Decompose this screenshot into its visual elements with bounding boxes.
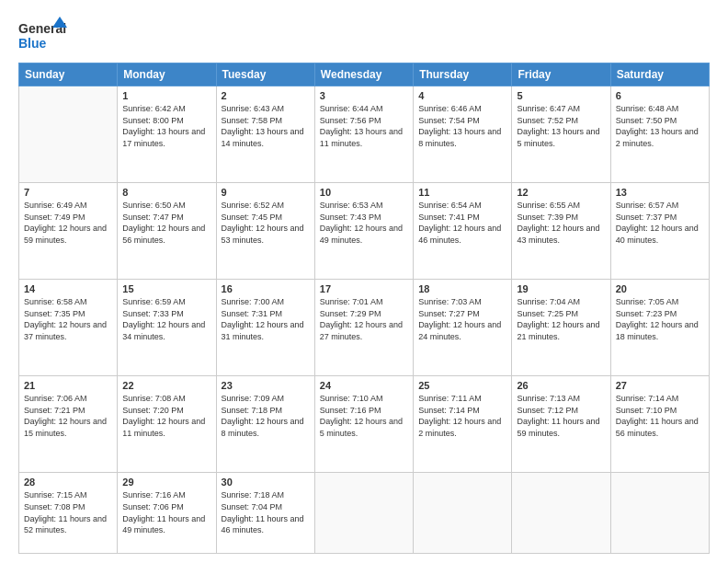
- day-info: Sunrise: 6:54 AM Sunset: 7:41 PM Dayligh…: [418, 200, 506, 246]
- sunrise-label: Sunrise: 6:43 AM: [222, 104, 285, 113]
- day-header-friday: Friday: [512, 63, 610, 86]
- day-info: Sunrise: 7:11 AM Sunset: 7:14 PM Dayligh…: [418, 393, 506, 439]
- daylight-label: Daylight: 12 hours and 53 minutes.: [222, 224, 304, 245]
- daylight-label: Daylight: 12 hours and 43 minutes.: [517, 224, 599, 245]
- day-number: 14: [24, 283, 112, 294]
- sunrise-label: Sunrise: 7:16 AM: [122, 490, 186, 500]
- sunrise-label: Sunrise: 6:46 AM: [418, 104, 482, 113]
- day-cell-9: 9 Sunrise: 6:52 AM Sunset: 7:45 PM Dayli…: [216, 183, 314, 280]
- day-info: Sunrise: 6:50 AM Sunset: 7:47 PM Dayligh…: [122, 200, 210, 246]
- sunrise-label: Sunrise: 7:05 AM: [616, 297, 679, 306]
- day-cell-16: 16 Sunrise: 7:00 AM Sunset: 7:31 PM Dayl…: [216, 280, 314, 376]
- day-number: 23: [222, 380, 310, 391]
- day-number: 1: [122, 90, 210, 101]
- daylight-label: Daylight: 12 hours and 18 minutes.: [616, 320, 699, 341]
- sunset-label: Sunset: 7:23 PM: [616, 309, 677, 318]
- logo-svg: General Blue: [18, 17, 69, 55]
- day-cell-3: 3 Sunrise: 6:44 AM Sunset: 7:56 PM Dayli…: [314, 86, 413, 183]
- sunrise-label: Sunrise: 6:55 AM: [517, 201, 580, 210]
- daylight-label: Daylight: 11 hours and 46 minutes.: [222, 514, 304, 535]
- daylight-label: Daylight: 12 hours and 34 minutes.: [122, 320, 205, 341]
- page: General Blue SundayMondayTuesdayWednesda…: [0, 0, 728, 563]
- daylight-label: Daylight: 12 hours and 21 minutes.: [517, 320, 599, 341]
- day-cell-28: 28 Sunrise: 7:15 AM Sunset: 7:08 PM Dayl…: [19, 473, 118, 554]
- day-number: 9: [222, 187, 310, 198]
- daylight-label: Daylight: 12 hours and 15 minutes.: [24, 417, 107, 438]
- day-number: 11: [418, 187, 506, 198]
- sunrise-label: Sunrise: 7:15 AM: [24, 490, 87, 500]
- sunset-label: Sunset: 7:20 PM: [122, 406, 184, 415]
- day-cell-29: 29 Sunrise: 7:16 AM Sunset: 7:06 PM Dayl…: [118, 473, 216, 554]
- day-header-monday: Monday: [118, 63, 216, 86]
- daylight-label: Daylight: 13 hours and 8 minutes.: [418, 127, 501, 148]
- sunrise-label: Sunrise: 6:53 AM: [320, 201, 383, 210]
- day-info: Sunrise: 7:13 AM Sunset: 7:12 PM Dayligh…: [517, 393, 605, 439]
- logo: General Blue: [18, 17, 69, 55]
- daylight-label: Daylight: 13 hours and 14 minutes.: [222, 127, 304, 148]
- day-info: Sunrise: 6:59 AM Sunset: 7:33 PM Dayligh…: [122, 296, 210, 342]
- day-cell-23: 23 Sunrise: 7:09 AM Sunset: 7:18 PM Dayl…: [216, 376, 314, 473]
- day-cell-18: 18 Sunrise: 7:03 AM Sunset: 7:27 PM Dayl…: [414, 280, 512, 376]
- sunset-label: Sunset: 7:10 PM: [616, 406, 677, 415]
- day-info: Sunrise: 7:08 AM Sunset: 7:20 PM Dayligh…: [122, 393, 210, 439]
- day-info: Sunrise: 6:42 AM Sunset: 8:00 PM Dayligh…: [122, 103, 210, 149]
- week-row-2: 7 Sunrise: 6:49 AM Sunset: 7:49 PM Dayli…: [19, 183, 710, 280]
- empty-cell: [414, 473, 512, 554]
- sunset-label: Sunset: 7:33 PM: [122, 309, 184, 318]
- header: General Blue: [18, 17, 710, 55]
- week-row-5: 28 Sunrise: 7:15 AM Sunset: 7:08 PM Dayl…: [19, 473, 710, 554]
- day-number: 13: [616, 187, 704, 198]
- day-number: 3: [320, 90, 408, 101]
- sunrise-label: Sunrise: 6:50 AM: [122, 201, 186, 210]
- week-row-3: 14 Sunrise: 6:58 AM Sunset: 7:35 PM Dayl…: [19, 280, 710, 376]
- day-cell-30: 30 Sunrise: 7:18 AM Sunset: 7:04 PM Dayl…: [216, 473, 314, 554]
- sunset-label: Sunset: 7:35 PM: [24, 309, 85, 318]
- daylight-label: Daylight: 13 hours and 11 minutes.: [320, 127, 403, 148]
- sunrise-label: Sunrise: 7:13 AM: [517, 394, 580, 403]
- days-header-row: SundayMondayTuesdayWednesdayThursdayFrid…: [19, 63, 710, 86]
- day-cell-2: 2 Sunrise: 6:43 AM Sunset: 7:58 PM Dayli…: [216, 86, 314, 183]
- sunrise-label: Sunrise: 7:18 AM: [222, 490, 285, 500]
- day-header-tuesday: Tuesday: [216, 63, 314, 86]
- daylight-label: Daylight: 12 hours and 37 minutes.: [24, 320, 107, 341]
- sunrise-label: Sunrise: 6:47 AM: [517, 104, 580, 113]
- sunset-label: Sunset: 7:56 PM: [320, 116, 381, 125]
- day-info: Sunrise: 6:55 AM Sunset: 7:39 PM Dayligh…: [517, 200, 605, 246]
- day-number: 29: [122, 477, 210, 488]
- day-info: Sunrise: 7:01 AM Sunset: 7:29 PM Dayligh…: [320, 296, 408, 342]
- day-cell-24: 24 Sunrise: 7:10 AM Sunset: 7:16 PM Dayl…: [314, 376, 413, 473]
- day-number: 19: [517, 283, 605, 294]
- day-cell-10: 10 Sunrise: 6:53 AM Sunset: 7:43 PM Dayl…: [314, 183, 413, 280]
- sunrise-label: Sunrise: 6:49 AM: [24, 201, 87, 210]
- day-number: 15: [122, 283, 210, 294]
- sunset-label: Sunset: 7:31 PM: [222, 309, 283, 318]
- day-info: Sunrise: 7:10 AM Sunset: 7:16 PM Dayligh…: [320, 393, 408, 439]
- daylight-label: Daylight: 12 hours and 59 minutes.: [24, 224, 107, 245]
- day-number: 26: [517, 380, 605, 391]
- day-number: 21: [24, 380, 112, 391]
- sunset-label: Sunset: 7:43 PM: [320, 213, 381, 222]
- day-cell-26: 26 Sunrise: 7:13 AM Sunset: 7:12 PM Dayl…: [512, 376, 610, 473]
- sunrise-label: Sunrise: 6:54 AM: [418, 201, 482, 210]
- sunrise-label: Sunrise: 6:57 AM: [616, 201, 679, 210]
- sunrise-label: Sunrise: 7:14 AM: [616, 394, 679, 403]
- day-cell-5: 5 Sunrise: 6:47 AM Sunset: 7:52 PM Dayli…: [512, 86, 610, 183]
- sunset-label: Sunset: 7:37 PM: [616, 213, 677, 222]
- sunset-label: Sunset: 7:58 PM: [222, 116, 283, 125]
- daylight-label: Daylight: 12 hours and 49 minutes.: [320, 224, 403, 245]
- day-number: 4: [418, 90, 506, 101]
- day-number: 30: [222, 477, 310, 488]
- day-cell-19: 19 Sunrise: 7:04 AM Sunset: 7:25 PM Dayl…: [512, 280, 610, 376]
- day-cell-6: 6 Sunrise: 6:48 AM Sunset: 7:50 PM Dayli…: [610, 86, 709, 183]
- daylight-label: Daylight: 12 hours and 56 minutes.: [122, 224, 205, 245]
- sunset-label: Sunset: 7:41 PM: [418, 213, 480, 222]
- day-cell-27: 27 Sunrise: 7:14 AM Sunset: 7:10 PM Dayl…: [610, 376, 709, 473]
- sunrise-label: Sunrise: 7:11 AM: [418, 394, 482, 403]
- sunset-label: Sunset: 7:39 PM: [517, 213, 578, 222]
- day-number: 12: [517, 187, 605, 198]
- day-number: 22: [122, 380, 210, 391]
- sunset-label: Sunset: 7:04 PM: [222, 502, 283, 511]
- sunrise-label: Sunrise: 7:09 AM: [222, 394, 285, 403]
- empty-cell: [314, 473, 413, 554]
- day-number: 8: [122, 187, 210, 198]
